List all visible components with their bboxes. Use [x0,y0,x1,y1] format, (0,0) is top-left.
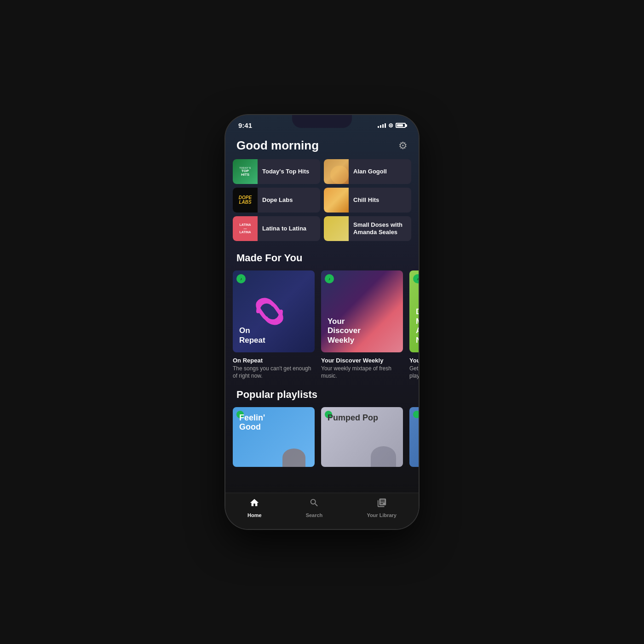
quick-label-chill-hits: Chill Hits [349,196,384,204]
status-time: 9:41 [238,121,252,129]
pop-thumb-feelin: Feelin'Good [233,407,315,467]
quick-label-latina-to-latina: Latina to Latina [258,225,311,232]
nav-item-search[interactable]: Search [297,498,332,518]
quick-item-chill-hits[interactable]: Chill Hits [324,188,411,213]
quick-label-alan-gogoll: Alan Gogoll [349,168,391,175]
pop-card-feelin-good[interactable]: Feelin'Good [233,407,315,471]
quick-thumb-latina-to-latina: LATINA—LATINA [233,216,258,241]
quick-thumb-todays-top-hits: TODAY'S TOPHITS [233,159,258,184]
quick-item-latina-to-latina[interactable]: LATINA—LATINA Latina to Latina [233,216,320,241]
library-icon [377,498,387,511]
quick-thumb-small-doses [324,216,349,241]
popular-playlists-scroll[interactable]: Feelin'Good Pumped Pop [225,407,419,478]
quick-label-small-doses: Small Doses with Amanda Seales [349,221,411,236]
phone-frame: 9:41 ⊜ Good morning ⚙ [225,115,419,529]
mfy-card-discover-desc: Your weekly mixtape of fresh music. [321,365,403,380]
pop-thumb-pumped: Pumped Pop [321,407,403,467]
quick-thumb-dope-labs: DOPELABS [233,188,258,213]
pumped-title: Pumped Pop [328,414,378,423]
settings-button[interactable]: ⚙ [398,140,408,152]
made-for-you-title: Made For You [225,250,419,270]
nav-item-home[interactable]: Home [238,498,271,518]
wifi-icon: ⊜ [388,122,393,129]
quick-item-dope-labs[interactable]: DOPELABS Dope Labs [233,188,320,213]
discover-card-label: YourDiscoverWeekly [328,317,361,345]
popular-playlists-section: Popular playlists Feelin'Good [225,387,419,478]
quick-access-grid: TODAY'S TOPHITS Today's Top Hits Alan Go… [225,159,419,250]
nav-label-home: Home [247,512,262,518]
mfy-card-daily-desc: Get...play... [409,365,419,380]
nav-label-search: Search [306,512,323,518]
mfy-thumb-discover: ♪ YourDiscoverWeekly [321,270,403,352]
quick-thumb-alan-gogoll [324,159,349,184]
status-icons: ⊜ [378,122,406,129]
quick-item-alan-gogoll[interactable]: Alan Gogoll [324,159,411,184]
on-repeat-card-label: OnRepeat [239,326,265,345]
nav-label-library: Your Library [367,512,397,518]
popular-playlists-title: Popular playlists [225,387,419,407]
header: Good morning ⚙ [225,134,419,159]
quick-item-small-doses[interactable]: Small Doses with Amanda Seales [324,216,411,241]
mfy-card-daily-title: Your... [409,357,419,364]
pop-card-partial[interactable] [409,407,419,471]
pop-thumb-partial [409,407,419,467]
quick-label-todays-top-hits: Today's Top Hits [258,168,314,175]
notch [292,115,352,128]
search-icon [309,498,319,511]
battery-icon [396,123,406,128]
phone-bg: 9:41 ⊜ Good morning ⚙ [225,115,419,529]
signal-icon [378,123,386,128]
mfy-card-discover-weekly[interactable]: ♪ YourDiscoverWeekly Your Discover Weekl… [321,270,403,380]
quick-thumb-chill-hits [324,188,349,213]
spotify-badge-on-repeat: ♪ [236,274,246,283]
page-title: Good morning [236,138,319,153]
mfy-card-on-repeat[interactable]: ♪ OnRepeat On Repeat The songs you can't… [233,270,315,380]
mfy-card-on-repeat-title: On Repeat [233,357,315,364]
mfy-thumb-on-repeat: ♪ OnRepeat [233,270,315,352]
spotify-badge-discover: ♪ [325,274,334,283]
made-for-you-section: Made For You ♪ OnRepeat [225,250,419,387]
main-scroll: Good morning ⚙ TODAY'S TOPHITS Today's T… [225,129,419,493]
daily-card-label: DMUANNE [416,307,419,345]
home-icon [249,498,259,511]
quick-label-dope-labs: Dope Labs [258,196,297,204]
made-for-you-scroll[interactable]: ♪ OnRepeat On Repeat The songs you can't… [225,270,419,387]
mfy-card-on-repeat-desc: The songs you can't get enough of right … [233,365,315,380]
bottom-nav: Home Search Your Library [225,493,419,529]
pop-card-pumped-pop[interactable]: Pumped Pop [321,407,403,471]
nav-item-library[interactable]: Your Library [357,498,406,518]
mfy-card-daily-mix[interactable]: ♪ DMUANNE Your... Get...play... [409,270,419,380]
quick-item-todays-top-hits[interactable]: TODAY'S TOPHITS Today's Top Hits [233,159,320,184]
feelin-title: Feelin'Good [239,414,265,432]
mfy-card-discover-title: Your Discover Weekly [321,357,403,364]
spotify-badge-daily: ♪ [413,274,419,283]
spotify-badge-partial [413,411,419,418]
mfy-thumb-daily-mix: ♪ DMUANNE [409,270,419,352]
